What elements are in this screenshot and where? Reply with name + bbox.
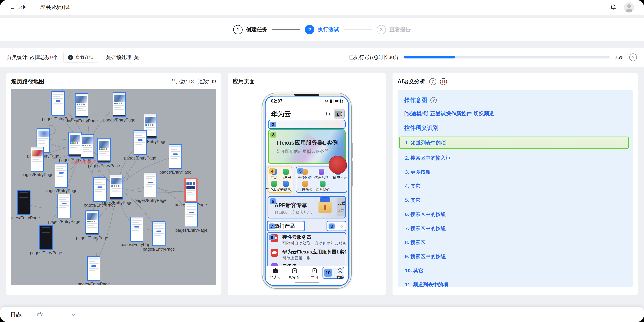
nav-mine-highlight[interactable]: 10 我的 — [322, 267, 344, 279]
graph-node-label: pages/EntryPage — [78, 282, 110, 285]
semantic-item: 11. 频道列表中的项 — [404, 278, 626, 287]
preprocess-label: 是否预处理: 是 — [106, 54, 139, 61]
quick-item[interactable]: 产品体验官 — [268, 181, 280, 192]
charging-icon — [342, 100, 344, 103]
nav-mine[interactable]: 我的 — [332, 268, 348, 280]
graph-node[interactable]: pages/EntryPage — [17, 190, 30, 215]
graph-node[interactable]: pages/EntryPage — [169, 144, 182, 169]
stats-bar: 分类统计: 故障总数0个 i 查看详情 是否预处理: 是 已执行7分/总时长30… — [0, 48, 644, 67]
nav-huaweicloud[interactable]: 华为云 — [268, 268, 283, 280]
hot-products-tab[interactable]: 7 热门产品 — [267, 221, 305, 231]
help-icon[interactable]: ? — [430, 97, 437, 103]
chevron-right-icon: › — [341, 223, 343, 229]
graph-node[interactable]: pages/EntryPage — [39, 225, 53, 250]
graph-node[interactable]: pages/EntryPage — [68, 132, 82, 157]
graph-node[interactable]: pages/EntryPage — [152, 221, 166, 246]
graph-node[interactable]: pages/EntryPage — [81, 134, 94, 159]
graph-node[interactable]: pages/EntryPage — [130, 217, 144, 242]
bottom-nav: 华为云 控制台 学习 10 — [266, 266, 348, 285]
semantic-section-title: 控件语义识别 — [404, 124, 626, 132]
graph-node[interactable]: pages/EntryPage — [58, 194, 71, 218]
notification-bell-icon[interactable] — [610, 4, 616, 11]
graph-node-label: pages/EntryPage — [134, 198, 166, 203]
pause-icon[interactable] — [440, 78, 447, 85]
graph-node-label: pages/EntryPage — [103, 118, 135, 122]
scan-button[interactable]: 1 — [334, 108, 344, 119]
graph-node[interactable]: pages/EntryPage — [52, 91, 65, 116]
graph-node[interactable]: pages/EntryPage — [144, 172, 157, 197]
step-view-report[interactable]: 3 查看报告 — [376, 25, 411, 34]
quick-item[interactable]: 联系我们 — [316, 181, 330, 192]
divider — [34, 4, 34, 10]
graph-node[interactable]: pages/EntryPage — [75, 93, 88, 118]
graph-node[interactable]: pages/EntryPage — [31, 147, 44, 172]
list-item[interactable]: 弹性云服务器 可随时自动获取、自动伸缩的云服务器 — [270, 234, 344, 248]
step-create-task[interactable]: 1 创建任务 — [233, 25, 268, 34]
quick-item[interactable]: 云商店 — [280, 181, 291, 192]
graph-node-label: pages/EntryPage — [11, 216, 40, 220]
app-title: 华为云 — [271, 110, 291, 118]
battery-icon: 100 — [334, 99, 340, 103]
log-drawer[interactable]: 日志 Info — [0, 307, 644, 322]
graph-node-label: pages/EntryPage — [120, 242, 153, 247]
help-icon[interactable]: ? — [429, 78, 436, 85]
quick-item[interactable]: 优惠活动 — [314, 169, 329, 180]
graph-node[interactable]: pages/EntryPage — [97, 138, 111, 163]
quick-item[interactable]: 快速购买 — [298, 181, 312, 192]
nav-learn[interactable]: 学习 — [307, 268, 322, 280]
log-level-select[interactable]: Info — [31, 309, 80, 320]
semantic-item: 6. 搜索区中的按钮 — [404, 207, 626, 221]
graph-node-label: pages/EntryPage — [30, 250, 62, 255]
overlay-badge-6: 6 — [270, 198, 276, 204]
graph-node[interactable]: pages/EntryPage — [110, 175, 123, 200]
product-list[interactable]: 9 弹性云服务器 可随时自动获取、自动伸缩的云服务器 华为云Flexus应用服务… — [267, 232, 346, 268]
back-button[interactable]: ← 返回 — [10, 4, 28, 11]
search-bar[interactable]: 2 — [268, 120, 346, 129]
graph-node[interactable]: pages/EntryPage — [54, 163, 68, 188]
top-bar: ← 返回 应用探索测试 — [0, 0, 644, 15]
graph-node[interactable]: pages/EntryPage — [93, 177, 106, 202]
graph-node[interactable]: pages/EntryPage — [112, 92, 126, 117]
more-button[interactable]: 8 › — [326, 221, 346, 231]
quick-card-left[interactable]: 4 产品 白皮书 产品体验官 云商店 — [268, 166, 292, 193]
traversal-graph[interactable]: pages/EntryPagepages/EntryPagepages/Entr… — [11, 89, 216, 285]
category-stats-label: 分类统计: 故障总数0个 — [7, 54, 58, 61]
semantic-item: 7. 搜索区中的按钮 — [404, 221, 626, 236]
intent-title: 操作意图 — [404, 96, 427, 104]
step-execute-test[interactable]: 2 执行测试 — [305, 25, 339, 34]
semantic-item: 1. 频道列表中的项 — [399, 136, 629, 149]
graph-node[interactable]: pages/EntryPage — [134, 130, 147, 155]
banner-subtitle: 即开即用的轻量型云服务器 — [276, 148, 329, 154]
user-avatar[interactable] — [624, 2, 634, 12]
newcomer-promo-card[interactable]: 6 APP新客专享 领1800元专属大礼包 云端 无需 — [268, 196, 346, 218]
log-expand-button[interactable] — [623, 313, 623, 316]
chevron-down-icon — [623, 313, 623, 316]
graph-node[interactable]: pages/EntryPage — [86, 210, 99, 235]
promo-side-card: 云端 无需 — [336, 198, 346, 216]
nav-console[interactable]: 控制台 — [287, 268, 302, 280]
app-header: 华为云 1 — [271, 108, 344, 119]
sim-icon — [330, 100, 332, 103]
semantic-item: 10. 其它 — [404, 264, 626, 278]
graph-node[interactable]: pages/EntryPage — [184, 178, 198, 202]
graph-node-label: pages/EntryPage — [143, 247, 175, 252]
graph-node-label: pages/EntryPage — [100, 200, 132, 205]
overlay-badge-4: 4 — [269, 168, 275, 174]
flexus-icon — [270, 249, 278, 257]
list-item[interactable]: 华为云Flexus应用服务器L实例 简单上云第一步 — [270, 248, 344, 263]
power-button — [352, 161, 353, 186]
quick-item[interactable]: 白皮书 — [280, 169, 291, 180]
bell-icon[interactable] — [325, 111, 331, 117]
semantic-item: 3. 更多按钮 — [404, 165, 626, 179]
graph-node[interactable]: pages/EntryPage — [87, 256, 100, 281]
graph-node[interactable]: pages/EntryPage — [184, 202, 198, 227]
executed-time-label: 已执行7分/总时长30分 — [349, 54, 399, 61]
progress-bar — [404, 56, 610, 58]
help-icon[interactable]: ? — [629, 54, 637, 61]
step-number: 1 — [233, 25, 242, 34]
view-details-button[interactable]: i 查看详情 — [64, 52, 98, 62]
learn-icon — [312, 268, 318, 274]
traversal-map-panel: 遍历路径地图 节点数: 13 边数: 49 pages/EntryPagepag… — [6, 74, 221, 295]
mine-icon — [337, 268, 343, 274]
phone-screen[interactable]: 02:37 100 华为云 — [265, 96, 349, 286]
